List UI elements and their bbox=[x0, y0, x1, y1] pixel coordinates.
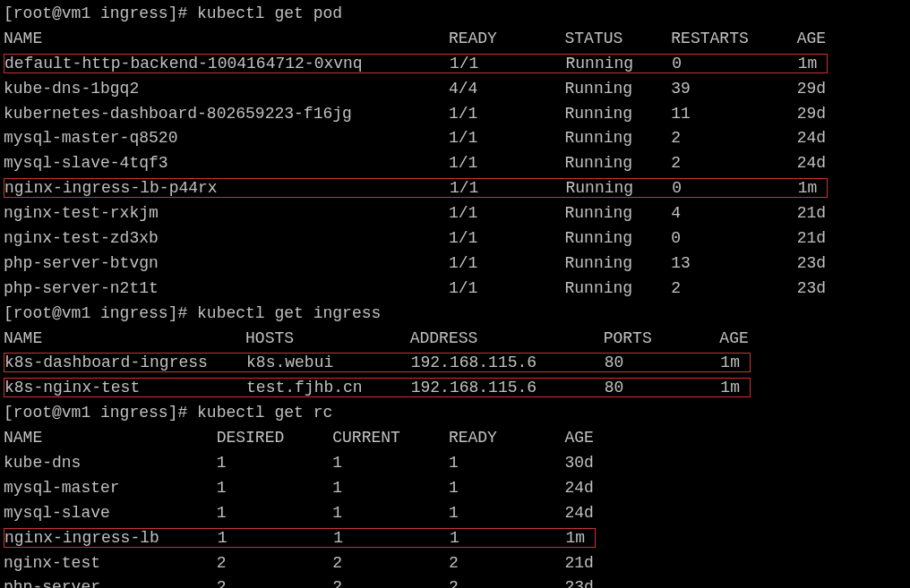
pod-row: mysql-master-q8520 1/1 Running 2 24d bbox=[4, 126, 906, 151]
rc-row: php-server 2 2 2 23d bbox=[4, 575, 906, 588]
pod-row: php-server-btvgn 1/1 Running 13 23d bbox=[4, 251, 906, 277]
shell-prompt: [root@vm1 ingress]# bbox=[4, 4, 197, 22]
rc-row: kube-dns 1 1 1 30d bbox=[4, 451, 906, 476]
ingress-header: NAME HOSTS ADDRESS PORTS AGE bbox=[4, 327, 906, 352]
highlighted-row: nginx-ingress-lb 1 1 1 1m bbox=[4, 528, 596, 548]
pod-row: nginx-test-rxkjm 1/1 Running 4 21d bbox=[4, 201, 906, 226]
prompt-line[interactable]: [root@vm1 ingress]# kubectl get ingress bbox=[4, 302, 906, 327]
rc-row: nginx-ingress-lb 1 1 1 1m bbox=[4, 526, 906, 551]
highlighted-row: k8s-nginx-test test.fjhb.cn 192.168.115.… bbox=[4, 378, 751, 397]
command-text: kubectl get rc bbox=[197, 404, 332, 422]
pod-row: php-server-n2t1t 1/1 Running 2 23d bbox=[4, 277, 906, 302]
pods-header: NAME READY STATUS RESTARTS AGE bbox=[4, 27, 906, 52]
pod-row: mysql-slave-4tqf3 1/1 Running 2 24d bbox=[4, 151, 906, 176]
pod-row: default-http-backend-1004164712-0xvnq 1/… bbox=[4, 52, 906, 77]
shell-prompt: [root@vm1 ingress]# bbox=[4, 304, 197, 322]
pod-row: kube-dns-1bgq2 4/4 Running 39 29d bbox=[4, 77, 906, 102]
shell-prompt: [root@vm1 ingress]# bbox=[4, 404, 197, 422]
rc-row: mysql-master 1 1 1 24d bbox=[4, 476, 906, 501]
highlighted-row: nginx-ingress-lb-p44rx 1/1 Running 0 1m bbox=[4, 178, 828, 198]
command-text: kubectl get pod bbox=[197, 4, 342, 22]
terminal-output: [root@vm1 ingress]# kubectl get podNAME … bbox=[0, 0, 910, 588]
prompt-line[interactable]: [root@vm1 ingress]# kubectl get pod bbox=[4, 2, 906, 27]
rc-row: mysql-slave 1 1 1 24d bbox=[4, 501, 906, 526]
highlighted-row: default-http-backend-1004164712-0xvnq 1/… bbox=[4, 54, 828, 73]
command-text: kubectl get ingress bbox=[197, 304, 381, 322]
rc-row: nginx-test 2 2 2 21d bbox=[4, 551, 906, 576]
ingress-row: k8s-dashboard-ingress k8s.webui 192.168.… bbox=[4, 351, 906, 376]
pod-row: kubernetes-dashboard-802659223-f16jg 1/1… bbox=[4, 102, 906, 127]
pod-row: nginx-test-zd3xb 1/1 Running 0 21d bbox=[4, 226, 906, 251]
highlighted-row: k8s-dashboard-ingress k8s.webui 192.168.… bbox=[4, 353, 751, 372]
ingress-row: k8s-nginx-test test.fjhb.cn 192.168.115.… bbox=[4, 376, 906, 401]
rc-header: NAME DESIRED CURRENT READY AGE bbox=[4, 426, 906, 451]
prompt-line[interactable]: [root@vm1 ingress]# kubectl get rc bbox=[4, 401, 906, 426]
pod-row: nginx-ingress-lb-p44rx 1/1 Running 0 1m bbox=[4, 176, 906, 201]
